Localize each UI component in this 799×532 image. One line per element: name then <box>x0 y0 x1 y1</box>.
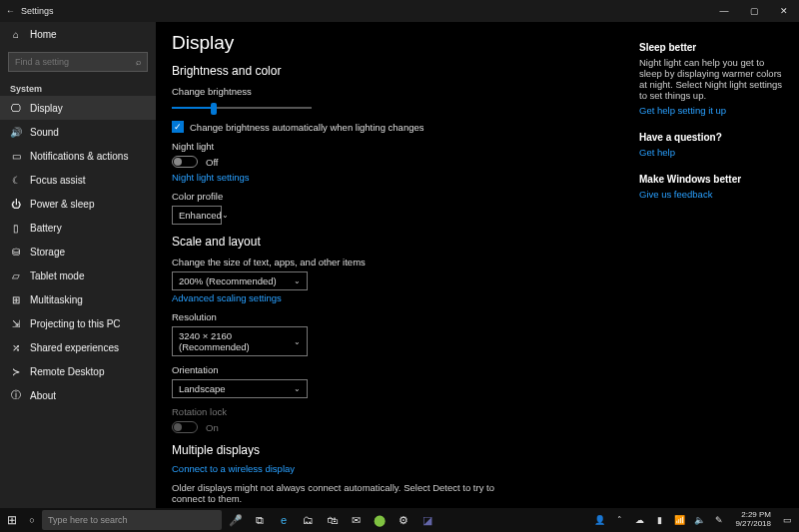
scale-desc: Change the size of text, apps, and other… <box>172 257 623 267</box>
resolution-select[interactable]: 3240 × 2160 (Recommended) ⌄ <box>172 326 308 356</box>
close-button[interactable]: ✕ <box>769 0 799 22</box>
start-button[interactable]: ⊞ <box>0 508 24 532</box>
app-title: Settings <box>21 6 54 16</box>
sidebar-item-notifications[interactable]: ▭Notifications & actions <box>0 144 156 168</box>
onedrive-icon[interactable]: ☁ <box>631 515 647 525</box>
get-help-link[interactable]: Get help <box>639 147 787 158</box>
sidebar-item-remote-desktop[interactable]: ≻Remote Desktop <box>0 359 156 383</box>
sidebar-item-multitasking[interactable]: ⊞Multitasking <box>0 287 156 311</box>
search-icon: ⌕ <box>136 57 141 67</box>
sidebar-item-label: Sound <box>30 127 59 138</box>
color-profile-label: Color profile <box>172 191 623 202</box>
sidebar-item-tablet-mode[interactable]: ▱Tablet mode <box>0 264 156 287</box>
slider-thumb[interactable] <box>211 103 217 115</box>
sleep-better-body: Night light can help you get to sleep by… <box>639 57 787 101</box>
cortana-icon[interactable]: ○ <box>24 515 40 525</box>
store-icon[interactable]: 🛍 <box>320 508 344 532</box>
mail-icon[interactable]: ✉ <box>344 508 368 532</box>
sidebar-item-about[interactable]: ⓘAbout <box>0 383 156 407</box>
sidebar-item-label: Multitasking <box>30 294 83 305</box>
edge-icon[interactable]: e <box>272 508 296 532</box>
question-title: Have a question? <box>639 132 787 143</box>
night-light-settings-link[interactable]: Night light settings <box>172 172 623 183</box>
search-field[interactable] <box>15 57 136 67</box>
maximize-button[interactable]: ▢ <box>739 0 769 22</box>
sidebar-item-label: Shared experiences <box>30 342 119 353</box>
sidebar-item-focus-assist[interactable]: ☾Focus assist <box>0 168 156 192</box>
color-profile-select[interactable]: Enhanced ⌄ <box>172 206 222 225</box>
taskbar-search[interactable]: Type here to search <box>42 510 222 530</box>
mic-icon[interactable]: 🎤 <box>224 508 248 532</box>
wifi-icon[interactable]: 📶 <box>671 515 687 525</box>
rotation-lock-label: Rotation lock <box>172 406 623 417</box>
sidebar-item-power-sleep[interactable]: ⏻Power & sleep <box>0 192 156 216</box>
sidebar-home[interactable]: ⌂ Home <box>0 22 156 46</box>
about-icon: ⓘ <box>10 388 22 402</box>
teams-icon[interactable]: ◪ <box>415 508 439 532</box>
orientation-select[interactable]: Landscape ⌄ <box>172 379 308 398</box>
tray-chevron-icon[interactable]: ˄ <box>611 515 627 525</box>
chevron-down-icon: ⌄ <box>222 211 229 220</box>
multitasking-icon: ⊞ <box>10 294 22 305</box>
color-profile-value: Enhanced <box>179 210 222 221</box>
shared-icon: ⤮ <box>10 342 22 353</box>
sidebar-item-label: Focus assist <box>30 175 86 186</box>
sidebar-item-label: Remote Desktop <box>30 366 104 377</box>
projecting-icon: ⇲ <box>10 318 22 329</box>
explorer-icon[interactable]: 🗂 <box>296 508 320 532</box>
sleep-better-title: Sleep better <box>639 42 787 53</box>
settings-icon[interactable]: ⚙ <box>392 508 415 532</box>
sidebar-home-label: Home <box>30 29 57 40</box>
chevron-down-icon: ⌄ <box>294 384 301 393</box>
brightness-slider[interactable] <box>172 101 312 115</box>
auto-brightness-checkbox[interactable]: ✓ Change brightness automatically when l… <box>172 121 623 133</box>
scale-select[interactable]: 200% (Recommended) ⌄ <box>172 271 308 290</box>
task-view-icon[interactable]: ⧉ <box>248 508 272 532</box>
power-icon: ⏻ <box>10 199 22 210</box>
minimize-button[interactable]: — <box>709 0 739 22</box>
titlebar: ← Settings — ▢ ✕ <box>0 0 799 22</box>
feedback-link[interactable]: Give us feedback <box>639 189 787 200</box>
battery-tray-icon[interactable]: ▮ <box>651 515 667 525</box>
night-light-toggle[interactable] <box>172 156 198 168</box>
app-icon[interactable]: ⬤ <box>368 508 392 532</box>
pen-icon[interactable]: ✎ <box>711 515 727 525</box>
sidebar-section-label: System <box>0 78 156 96</box>
sidebar-item-label: Notifications & actions <box>30 151 128 162</box>
orientation-value: Landscape <box>179 383 225 394</box>
right-pane: Sleep better Night light can help you ge… <box>639 22 799 508</box>
sidebar-item-label: Storage <box>30 247 65 258</box>
sidebar-item-projecting[interactable]: ⇲Projecting to this PC <box>0 311 156 335</box>
volume-icon[interactable]: 🔈 <box>691 515 707 525</box>
taskbar: ⊞ ○ Type here to search 🎤 ⧉ e 🗂 🛍 ✉ ⬤ ⚙ … <box>0 508 799 532</box>
rotation-lock-toggle <box>172 421 198 433</box>
display-icon: 🖵 <box>10 103 22 114</box>
taskbar-search-placeholder: Type here to search <box>48 515 128 525</box>
night-light-state: Off <box>206 157 219 168</box>
sidebar-item-storage[interactable]: ⛁Storage <box>0 240 156 264</box>
feedback-title: Make Windows better <box>639 174 787 185</box>
older-displays-desc: Older displays might not always connect … <box>172 482 511 504</box>
chevron-down-icon: ⌄ <box>294 337 301 346</box>
people-icon[interactable]: 👤 <box>591 515 607 525</box>
connect-wireless-link[interactable]: Connect to a wireless display <box>172 463 623 474</box>
sidebar-item-display[interactable]: 🖵Display <box>0 96 156 120</box>
sleep-help-link[interactable]: Get help setting it up <box>639 105 787 116</box>
action-center-icon[interactable]: ▭ <box>779 515 795 525</box>
page-title: Display <box>172 32 623 54</box>
back-icon[interactable]: ← <box>6 6 15 16</box>
sidebar-item-label: Display <box>30 103 63 114</box>
resolution-label: Resolution <box>172 311 623 322</box>
sidebar-item-battery[interactable]: ▯Battery <box>0 216 156 240</box>
search-input[interactable]: ⌕ <box>8 52 148 72</box>
notifications-icon: ▭ <box>10 151 22 162</box>
sidebar-item-shared-experiences[interactable]: ⤮Shared experiences <box>0 335 156 359</box>
chevron-down-icon: ⌄ <box>294 276 301 285</box>
taskbar-clock[interactable]: 2:29 PM 9/27/2018 <box>731 511 775 529</box>
scale-section: Scale and layout <box>172 235 623 249</box>
storage-icon: ⛁ <box>10 247 22 258</box>
remote-icon: ≻ <box>10 366 22 377</box>
advanced-scaling-link[interactable]: Advanced scaling settings <box>172 292 623 303</box>
content: Display Brightness and color Change brig… <box>156 22 639 508</box>
sidebar-item-sound[interactable]: 🔊Sound <box>0 120 156 144</box>
